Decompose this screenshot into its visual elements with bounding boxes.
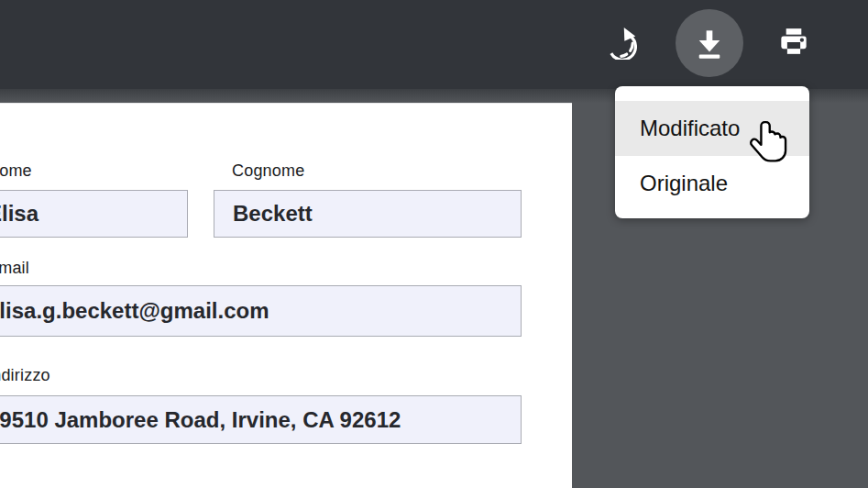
menu-item-modificato[interactable]: Modificato [615, 101, 809, 156]
field-value-nome: Elisa [0, 201, 38, 227]
field-input-email[interactable]: elisa.g.beckett@gmail.com [0, 285, 522, 337]
print-button[interactable] [774, 22, 814, 62]
field-label-nome: Nome [0, 161, 32, 181]
field-value-cognome: Beckett [214, 201, 313, 227]
field-input-cognome[interactable]: Beckett [214, 190, 522, 238]
rotate-clockwise-icon [602, 25, 637, 60]
pdf-viewer-screen: Nome Elisa Cognome Beckett Email elisa.g… [0, 0, 868, 488]
document-page: Nome Elisa Cognome Beckett Email elisa.g… [0, 103, 572, 488]
toolbar [0, 0, 868, 89]
field-value-indirizzo: 19510 Jamboree Road, Irvine, CA 92612 [0, 407, 401, 433]
rotate-button[interactable] [599, 22, 640, 62]
field-input-indirizzo[interactable]: 19510 Jamboree Road, Irvine, CA 92612 [0, 395, 522, 444]
field-label-cognome: Cognome [232, 161, 304, 181]
field-label-email: Email [0, 258, 29, 278]
printer-icon [776, 25, 811, 60]
field-label-indirizzo: Indirizzo [0, 365, 50, 385]
field-input-nome[interactable]: Elisa [0, 190, 188, 238]
field-value-email: elisa.g.beckett@gmail.com [0, 298, 269, 324]
download-button[interactable] [676, 9, 743, 77]
download-menu: Modificato Originale [615, 86, 809, 218]
download-arrow-icon [692, 26, 727, 61]
menu-item-originale[interactable]: Originale [615, 156, 809, 211]
